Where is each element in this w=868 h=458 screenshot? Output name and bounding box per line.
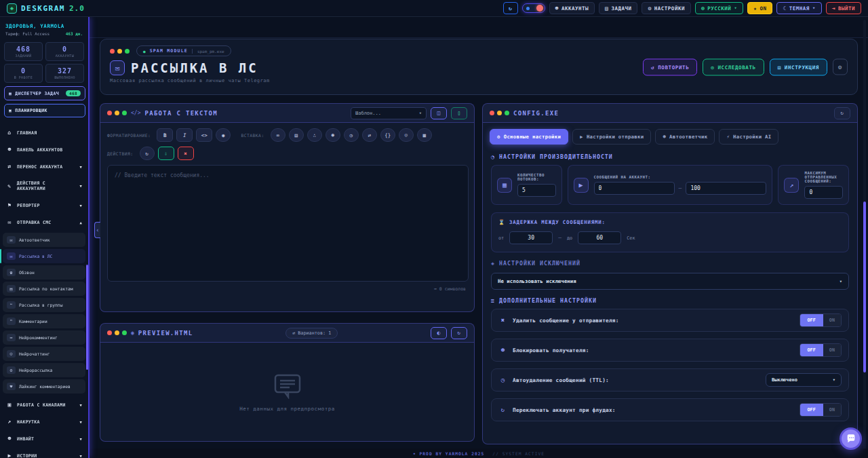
dot-yellow <box>115 111 119 115</box>
sidebar-item-accounts-panel[interactable]: ☻ПАНЕЛЬ АККАУНТОВ <box>0 141 88 158</box>
sidebar-collapse-handle[interactable]: ‹ <box>94 222 100 238</box>
clear-text-button[interactable]: ✖ <box>178 147 194 160</box>
bold-button[interactable]: B <box>157 128 173 142</box>
message-text-input[interactable] <box>107 165 469 282</box>
tasks-button[interactable]: ▤ЗАДАЧИ <box>599 2 637 14</box>
messages-min-input[interactable] <box>594 182 675 195</box>
delay-from-input[interactable] <box>509 231 553 244</box>
scrollbar-thumb[interactable] <box>863 202 866 373</box>
import-text-button[interactable]: ⇩ <box>158 147 174 160</box>
template-select[interactable]: Шаблон...▾ <box>351 107 427 119</box>
sidebar-subitem-comment-liking[interactable]: ♥Лайкинг комментариев <box>3 379 85 394</box>
sidebar-item-account-transfer[interactable]: ⇄ПЕРЕНОС АККАУНТА▼ <box>0 158 88 175</box>
research-button[interactable]: ◎ИССЛЕДОВАТЬ <box>703 58 764 75</box>
sidebar-subitem-autoresponder[interactable]: ✉Автоответчик <box>3 233 85 247</box>
sidebar-item-stories[interactable]: ▶ИСТОРИИ▼ <box>0 447 88 458</box>
sidebar-subitem-calls[interactable]: ☎Обзвон <box>3 265 85 280</box>
insert-contact-button[interactable]: ▦ <box>417 128 432 142</box>
toggle-on[interactable]: ON <box>823 314 841 326</box>
insert-bot-button[interactable]: ☻ <box>326 128 340 142</box>
italic-button[interactable]: I <box>176 128 193 142</box>
planner-button[interactable]: ▣ ПЛАНИРОВЩИК <box>4 104 85 117</box>
max-sent-card: ↗ МАКСИМУМ ОТПРАВЛЕННЫХ СООБЩЕНИЙ: <box>778 165 849 205</box>
task-manager-button[interactable]: ▦ ДИСПЕТЧЕР ЗАДАЧ 468 <box>4 86 85 100</box>
sidebar-item-home[interactable]: ⌂ГЛАВНАЯ <box>0 124 88 141</box>
main-scrollbar[interactable] <box>863 20 866 454</box>
footer-system-text: // SYSTEM ACTIVE <box>492 451 545 456</box>
theme-dropdown[interactable]: ☾ТЕМНАЯ▾ <box>776 2 821 14</box>
spoiler-button[interactable]: ◉ <box>216 128 231 142</box>
refresh-preview-button[interactable]: ↻ <box>451 327 467 339</box>
block-recipient-toggle[interactable]: OFFON <box>800 343 842 357</box>
sidebar-subitem-contacts-mailing[interactable]: ▤Рассылка по контактам <box>3 282 85 296</box>
sidebar-subitem-neuro-commenting[interactable]: ⌨Нейрокомментинг <box>3 330 85 345</box>
insert-emoji-button[interactable]: ☺ <box>399 128 414 142</box>
repeat-button[interactable]: ↺ПОВТОРИТЬ <box>643 58 697 75</box>
save-template-button[interactable]: ◫ <box>431 107 447 119</box>
sidebar-item-channels[interactable]: ▣РАБОТА С КАНАЛАМИ▼ <box>0 396 88 413</box>
header-settings-button[interactable]: ⚙ <box>833 59 848 75</box>
insert-file-button[interactable]: ▤ <box>289 128 304 142</box>
sidebar-subitem-groups-mailing[interactable]: ❝Рассылка в группы <box>3 298 85 312</box>
logout-button[interactable]: ⇥ВЫЙТИ <box>826 2 861 14</box>
max-sent-input[interactable] <box>804 186 843 199</box>
user-greeting: ЗДОРОВЬЯ, YARMOLA <box>0 17 88 31</box>
language-dropdown[interactable]: ⊕РУССКИЙ▾ <box>695 2 743 14</box>
app-logo[interactable]: ◈ DESKGRAM 2.0 <box>7 3 85 14</box>
toggle-on[interactable]: ON <box>823 404 841 416</box>
sidebar-item-account-actions[interactable]: ✎ДЕЙСТВИЯ С АККАУНТАМИ▼ <box>0 175 88 197</box>
sidebar-subitem-comments[interactable]: ❞Комментарии <box>3 314 85 328</box>
chevron-down-icon: ▼ <box>79 204 82 208</box>
menu-label: ОТПРАВКА СМС <box>17 220 52 225</box>
text-editor-panel: </> РАБОТА С ТЕКСТОМ Шаблон...▾ ◫ ▯ ФОРМ… <box>100 103 475 312</box>
ai-toggle-button[interactable]: ★ON <box>747 2 772 14</box>
reset-text-button[interactable]: ↻ <box>140 147 155 160</box>
tab-sending-settings[interactable]: ▶Настройки отправки <box>572 129 651 145</box>
support-chat-button[interactable] <box>840 427 862 450</box>
delete-from-sender-toggle[interactable]: OFFON <box>800 313 842 327</box>
window-dots <box>110 49 130 54</box>
insert-timer-button[interactable]: ◷ <box>344 128 359 142</box>
insert-share-button[interactable]: ∴ <box>307 128 322 142</box>
toggle-off[interactable]: OFF <box>800 314 823 326</box>
sidebar-item-invite[interactable]: ☻ИНВАЙТ▼ <box>0 430 88 447</box>
messages-max-input[interactable] <box>686 182 766 195</box>
tab-autoresponder[interactable]: ☻Автоответчик <box>655 129 715 145</box>
delay-to-input[interactable] <box>578 231 621 244</box>
insert-shuffle-button[interactable]: ⇄ <box>362 128 377 142</box>
sidebar-item-sms-sending[interactable]: ✉ОТПРАВКА СМС▲ <box>0 214 88 231</box>
chevron-down-icon: ▼ <box>79 184 82 188</box>
accounts-button[interactable]: ☻АККАУНТЫ <box>549 2 595 14</box>
sidebar-subitem-neuro-chatting[interactable]: ☺Нейрочаттинг <box>3 347 85 361</box>
insert-link-button[interactable]: ∞ <box>271 128 285 142</box>
code-format-button[interactable]: <> <box>196 128 212 142</box>
sync-button[interactable]: ↻ <box>503 2 518 14</box>
toggle-off[interactable]: OFF <box>800 404 823 416</box>
toggle-on[interactable]: ON <box>823 344 841 356</box>
bookmark-button[interactable]: ▯ <box>451 107 467 119</box>
sidebar-subitem-pm-mailing[interactable]: ✉Рассылка в ЛС <box>3 249 85 263</box>
menu-label: НАКРУТКА <box>17 419 40 425</box>
tab-ai-settings[interactable]: ⚡Настройки AI <box>719 129 778 145</box>
menu-label: РЕПОРТЕР <box>17 203 40 208</box>
threads-input[interactable] <box>517 184 556 197</box>
refresh-icon: ↻ <box>841 110 844 116</box>
sidebar-subitem-neuro-mailing[interactable]: ⚙Нейрорассылка <box>3 363 85 377</box>
toggle-off[interactable]: OFF <box>800 344 823 356</box>
tab-main-settings[interactable]: ⚙Основные настройки <box>490 129 568 145</box>
ttl-select[interactable]: Выключено▾ <box>766 373 842 387</box>
insert-variable-button[interactable]: {} <box>380 128 395 142</box>
main-toggle-switch[interactable] <box>522 3 545 13</box>
instruction-button[interactable]: ▤ИНСТРУКЦИЯ <box>770 58 827 75</box>
theme-preview-button[interactable]: ◐ <box>431 327 447 339</box>
task-manager-label: ДИСПЕТЧЕР ЗАДАЧ <box>15 91 59 96</box>
switch-account-toggle[interactable]: OFFON <box>800 403 842 417</box>
reset-config-button[interactable]: ↻ <box>834 107 850 119</box>
sidebar-scrollbar-thumb[interactable] <box>86 265 88 370</box>
exceptions-select[interactable]: Не использовать исключения ▾ <box>491 273 849 290</box>
exceptions-select-value: Не использовать исключения <box>498 278 576 284</box>
sidebar-item-reporter[interactable]: ⚑РЕПОРТЕР▼ <box>0 197 88 214</box>
sidebar-item-boosting[interactable]: ↗НАКРУТКА▼ <box>0 413 88 430</box>
bot-icon: ☻ <box>663 134 666 140</box>
settings-button[interactable]: ⚙НАСТРОЙКИ <box>642 2 690 14</box>
